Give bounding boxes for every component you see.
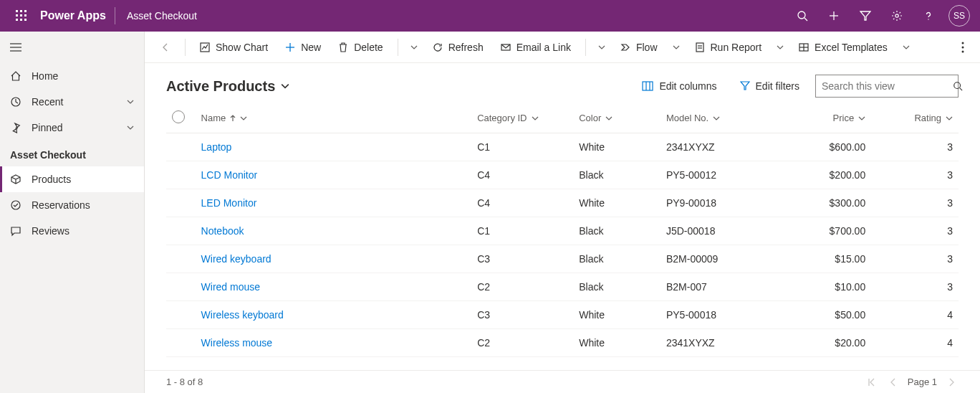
column-header-category[interactable]: Category ID — [471, 103, 573, 133]
sidebar-item-reviews[interactable]: Reviews — [0, 218, 144, 244]
row-select-cell[interactable] — [166, 217, 196, 245]
back-button[interactable] — [153, 36, 178, 59]
row-select-cell[interactable] — [166, 273, 196, 301]
settings-icon[interactable] — [881, 0, 913, 32]
edit-filters-button[interactable]: Edit filters — [733, 75, 807, 98]
refresh-icon — [433, 42, 443, 52]
row-select-cell[interactable] — [166, 189, 196, 217]
svg-line-39 — [960, 88, 963, 91]
trash-icon — [338, 42, 348, 52]
table-row[interactable]: LED MonitorC4WhitePY9-00018$300.003 — [166, 189, 959, 217]
help-icon[interactable] — [913, 0, 944, 32]
col-label: Color — [579, 113, 601, 123]
cell-category: C4 — [471, 161, 573, 189]
cmd-separator — [398, 39, 398, 56]
sidebar-item-reservations[interactable]: Reservations — [0, 192, 144, 218]
row-select-cell[interactable] — [166, 161, 196, 189]
delete-button[interactable]: Delete — [331, 36, 390, 59]
record-link[interactable]: Wireless keyboard — [201, 309, 284, 321]
show-chart-button[interactable]: Show Chart — [193, 36, 275, 59]
add-icon[interactable] — [818, 0, 850, 32]
table-row[interactable]: Wireless mouseC2White2341XYXZ$20.004 — [166, 329, 959, 357]
new-button[interactable]: New — [278, 36, 328, 59]
search-input[interactable] — [822, 80, 947, 92]
column-header-name[interactable]: Name — [196, 103, 472, 133]
svg-point-32 — [962, 46, 964, 48]
select-all-header[interactable] — [166, 103, 196, 133]
svg-point-15 — [928, 19, 928, 19]
record-link[interactable]: Wired mouse — [201, 281, 260, 293]
app-launcher-icon[interactable] — [6, 0, 37, 32]
sidebar-item-home[interactable]: Home — [0, 63, 144, 89]
col-label: Rating — [914, 113, 941, 123]
table-row[interactable]: Wired keyboardC3BlackB2M-00009$15.003 — [166, 245, 959, 273]
email-link-button[interactable]: Email a Link — [494, 36, 578, 59]
cell-color: Black — [573, 245, 660, 273]
excel-icon — [799, 42, 809, 52]
clock-icon — [10, 96, 21, 108]
refresh-button[interactable]: Refresh — [426, 36, 491, 59]
search-icon — [953, 81, 963, 91]
check-circle-icon — [10, 199, 21, 211]
app-title: Asset Checkout — [115, 10, 208, 22]
column-header-rating[interactable]: Rating — [871, 103, 959, 133]
flow-chevron[interactable] — [668, 36, 685, 59]
table-row[interactable]: LCD MonitorC4BlackPY5-00012$200.003 — [166, 161, 959, 189]
record-link[interactable]: Notebook — [201, 225, 244, 237]
cell-price: $700.00 — [784, 217, 871, 245]
svg-point-33 — [962, 50, 964, 52]
sidebar-item-recent[interactable]: Recent — [0, 89, 144, 115]
cell-name: Laptop — [196, 133, 472, 161]
row-select-cell[interactable] — [166, 329, 196, 357]
row-select-cell[interactable] — [166, 301, 196, 329]
page-first-button[interactable] — [865, 378, 879, 387]
run-report-button[interactable]: Run Report — [688, 36, 769, 59]
record-link[interactable]: Wireless mouse — [201, 337, 273, 349]
sidebar-item-products[interactable]: Products — [0, 166, 144, 192]
overflow-button[interactable] — [954, 36, 971, 59]
cell-model: 2341XYXZ — [660, 329, 784, 357]
row-select-cell[interactable] — [166, 245, 196, 273]
sidebar-label: Pinned — [32, 122, 117, 133]
cmd-label: Run Report — [711, 42, 762, 53]
cell-category: C4 — [471, 189, 573, 217]
column-header-model[interactable]: Model No. — [660, 103, 784, 133]
table-row[interactable]: Wired mouseC2BlackB2M-007$10.003 — [166, 273, 959, 301]
table-row[interactable]: LaptopC1White2341XYXZ$600.003 — [166, 133, 959, 161]
page-next-button[interactable] — [944, 378, 959, 387]
cmd-label: Show Chart — [216, 42, 268, 53]
view-selector[interactable]: Active Products — [166, 78, 289, 95]
record-link[interactable]: LED Monitor — [201, 197, 257, 209]
excel-templates-button[interactable]: Excel Templates — [792, 36, 895, 59]
flow-button[interactable]: Flow — [613, 36, 665, 59]
row-select-cell[interactable] — [166, 133, 196, 161]
filter-icon[interactable] — [850, 0, 881, 32]
column-header-color[interactable]: Color — [573, 103, 660, 133]
search-view-box[interactable] — [815, 75, 959, 98]
excel-chevron[interactable] — [898, 36, 915, 59]
main-area: Show Chart New Delete Refresh Email a Li… — [145, 32, 980, 393]
sidebar-toggle-icon[interactable] — [0, 32, 144, 63]
svg-marker-37 — [741, 82, 749, 90]
record-link[interactable]: LCD Monitor — [201, 169, 258, 181]
page-prev-button[interactable] — [886, 378, 900, 387]
edit-columns-button[interactable]: Edit columns — [635, 75, 724, 98]
column-header-price[interactable]: Price — [784, 103, 871, 133]
cell-rating: 3 — [871, 133, 959, 161]
record-link[interactable]: Laptop — [201, 141, 232, 153]
cell-name: Wireless keyboard — [196, 301, 472, 329]
sidebar-item-pinned[interactable]: Pinned — [0, 115, 144, 141]
record-link[interactable]: Wired keyboard — [201, 253, 272, 265]
search-icon[interactable] — [787, 0, 818, 32]
email-split-chevron[interactable] — [593, 36, 610, 59]
cell-model: PY5-00012 — [660, 161, 784, 189]
user-avatar[interactable]: SS — [948, 5, 970, 27]
product-name: Power Apps — [37, 9, 115, 22]
cell-model: PY9-00018 — [660, 189, 784, 217]
table-row[interactable]: Wireless keyboardC3WhitePY5-00018$50.004 — [166, 301, 959, 329]
select-all-circle[interactable] — [172, 110, 185, 123]
table-row[interactable]: NotebookC1BlackJ5D-00018$700.003 — [166, 217, 959, 245]
report-chevron[interactable] — [772, 36, 789, 59]
filter-icon — [740, 81, 750, 91]
delete-split-chevron[interactable] — [405, 36, 423, 59]
